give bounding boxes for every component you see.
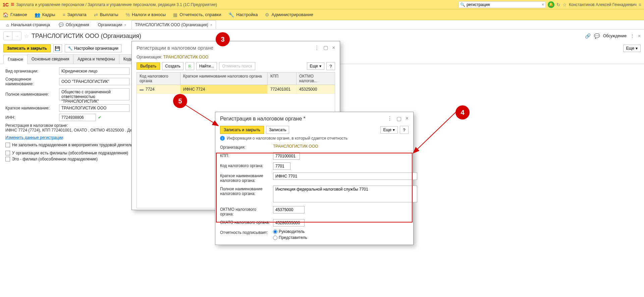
org-value2: ТРАНСЛОГИСТИК ООО bbox=[273, 144, 417, 149]
close-icon[interactable]: × bbox=[332, 45, 335, 51]
org-value: ТРАНСЛОГИСТИК ООО bbox=[163, 55, 208, 59]
more-button[interactable]: Еще▾ bbox=[623, 45, 641, 52]
modal2-more-button[interactable]: Еще▾ bbox=[380, 126, 398, 134]
tab-home[interactable]: ⌂Начальная страница bbox=[3, 20, 54, 29]
menu-staff[interactable]: 👥Кадры bbox=[35, 12, 55, 17]
brief-name-input[interactable]: ТРАНСЛОГИСТИК ООО bbox=[59, 104, 129, 112]
inn-input[interactable]: 7724938806 bbox=[59, 114, 96, 121]
maximize-icon[interactable]: ▢ bbox=[396, 115, 401, 122]
short-input2[interactable] bbox=[273, 172, 417, 180]
copy-icon: ⎘ bbox=[189, 64, 191, 69]
checkbox-2[interactable] bbox=[5, 151, 10, 155]
radio2-label: Представитель bbox=[279, 235, 307, 240]
save-and-close-button[interactable]: Записать и закрыть bbox=[3, 44, 51, 52]
close-icon[interactable]: × bbox=[210, 23, 212, 27]
save-icon-button[interactable]: 💾 bbox=[53, 44, 62, 52]
save-close-button2[interactable]: Записать и закрыть bbox=[220, 126, 264, 134]
cancel-search-button: Отменить поиск bbox=[219, 62, 255, 70]
subtab-addresses[interactable]: Адреса и телефоны bbox=[73, 54, 119, 64]
menu-settings[interactable]: 🔧Настройка bbox=[228, 12, 258, 17]
subtab-main[interactable]: Главное bbox=[3, 55, 28, 64]
menu-lines-icon[interactable]: ≡ bbox=[639, 2, 641, 7]
full-name-input[interactable]: Общество с ограниченной ответственностью… bbox=[59, 88, 129, 100]
search-input[interactable] bbox=[467, 2, 540, 7]
create-button[interactable]: Создать bbox=[162, 62, 183, 70]
tab-organizations[interactable]: Организации× bbox=[94, 20, 130, 29]
kpp-input[interactable] bbox=[273, 152, 300, 160]
link-icon[interactable]: 🔗 bbox=[585, 33, 591, 39]
copy-button[interactable]: ⎘ bbox=[185, 62, 194, 70]
chevron-down-icon: ▾ bbox=[319, 64, 321, 68]
star-icon[interactable]: ☆ bbox=[24, 33, 29, 39]
kebab-icon[interactable]: ⋮ bbox=[387, 115, 392, 122]
close-page-icon[interactable]: × bbox=[638, 33, 641, 39]
col-name[interactable]: Краткое наименование налогового органа bbox=[180, 72, 268, 85]
row-icon: ▬ bbox=[140, 87, 144, 92]
col-code[interactable]: Код налогового органа bbox=[137, 72, 180, 85]
clear-search-icon[interactable]: × bbox=[542, 2, 544, 7]
full-input2[interactable] bbox=[273, 186, 417, 202]
checkbox-1[interactable] bbox=[5, 143, 10, 147]
radio1-label: Руководитель bbox=[279, 229, 305, 234]
menu-payments[interactable]: ⇄Выплаты bbox=[94, 12, 118, 17]
modal1-title: Регистрации в налоговом органе bbox=[137, 45, 213, 51]
help-button2[interactable]: ? bbox=[400, 126, 409, 134]
full-label2: Полное наименование налогового органа: bbox=[220, 186, 270, 196]
user-name[interactable]: Константинов Алексей Геннадиевич bbox=[569, 2, 637, 7]
tab-discussions[interactable]: 💬Обсуждения bbox=[55, 20, 93, 29]
okato-input[interactable] bbox=[273, 219, 305, 227]
find-button[interactable]: Найти... bbox=[196, 62, 217, 70]
history-icon[interactable]: ↻ bbox=[556, 2, 560, 7]
app-title: Зарплата и управление персоналом / Зарпл… bbox=[16, 2, 217, 7]
col-oktmo[interactable]: ОКТМО налогов... bbox=[297, 72, 335, 85]
home-icon: ⌂ bbox=[6, 22, 9, 28]
percent-icon: % bbox=[126, 12, 130, 17]
menu-main[interactable]: 🏠Главное bbox=[3, 12, 27, 17]
main-menu: 🏠Главное 👥Кадры ≡Зарплата ⇄Выплаты %Нало… bbox=[0, 9, 644, 20]
menu-admin[interactable]: ⚙Администрирование bbox=[265, 12, 313, 17]
back-button[interactable]: ← bbox=[4, 32, 12, 40]
help-button[interactable]: ? bbox=[326, 62, 335, 70]
subtab-general[interactable]: Основные сведения bbox=[27, 54, 73, 64]
change-registration-link[interactable]: Изменить данные регистрации bbox=[5, 135, 63, 140]
save-button2[interactable]: Записать bbox=[266, 126, 289, 134]
modal1-more-button[interactable]: Еще▾ bbox=[307, 62, 324, 70]
menu-salary[interactable]: ≡Зарплата bbox=[63, 12, 87, 17]
discussion-label[interactable]: Обсуждение bbox=[603, 34, 627, 38]
callout-3: 3 bbox=[216, 32, 230, 46]
menu-taxes[interactable]: %Налоги и взносы bbox=[126, 12, 166, 17]
select-button[interactable]: Выбрать bbox=[137, 62, 160, 70]
table-row[interactable]: ▬7724 ИФНС 7724 772401001 45325000 bbox=[137, 85, 335, 94]
oktmo-input[interactable] bbox=[273, 206, 305, 213]
close-icon[interactable]: × bbox=[406, 115, 409, 122]
notifications-icon[interactable]: 🔔 bbox=[548, 1, 554, 8]
home-icon: 🏠 bbox=[3, 12, 8, 17]
maximize-icon[interactable]: ▢ bbox=[323, 45, 328, 51]
full-name-label: Полное наименование: bbox=[5, 92, 59, 97]
col-kpp[interactable]: КПП bbox=[268, 72, 297, 85]
close-icon[interactable]: × bbox=[124, 23, 126, 27]
short-label2: Краткое наименование налогового органа: bbox=[220, 172, 270, 183]
code-input[interactable] bbox=[273, 162, 290, 170]
checkbox-3[interactable] bbox=[5, 157, 10, 161]
short-name-input[interactable]: ООО "ТРАНСЛОГИСТИК" bbox=[59, 78, 129, 85]
org-settings-button[interactable]: 🔧Настройки организации bbox=[65, 44, 121, 52]
row-oktmo: 45325000 bbox=[297, 85, 335, 94]
search-box[interactable]: 🔍 × bbox=[459, 1, 546, 8]
tab-org-detail[interactable]: ТРАНСЛОГИСТИК ООО (Организация)× bbox=[131, 20, 216, 29]
row-kpp: 772401001 bbox=[268, 85, 297, 94]
radio-rep[interactable] bbox=[273, 236, 277, 240]
org-type-value[interactable]: Юридическое лицо bbox=[59, 67, 129, 75]
check-icon: ✔ bbox=[98, 115, 101, 120]
forward-button[interactable]: → bbox=[12, 32, 21, 40]
wrench-icon: 🔧 bbox=[228, 12, 234, 17]
org-type-label: Вид организации: bbox=[5, 69, 59, 73]
kebab-icon[interactable]: ⋮ bbox=[314, 45, 319, 51]
menu-reports[interactable]: ▦Отчетность, справки bbox=[173, 12, 221, 17]
kebab-icon[interactable]: ⋮ bbox=[630, 33, 635, 39]
hamburger-icon[interactable]: ≡ bbox=[11, 1, 14, 8]
discussion-icon[interactable]: 💬 bbox=[594, 33, 600, 39]
info-icon: i bbox=[220, 136, 225, 141]
favorites-icon[interactable]: ☆ bbox=[562, 2, 567, 7]
radio-ruler[interactable] bbox=[273, 230, 277, 234]
